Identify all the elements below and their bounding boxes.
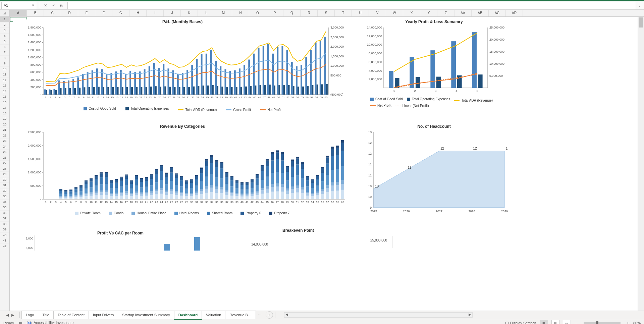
zoom-out-button[interactable]: − [574, 320, 578, 324]
horizontal-scrollbar[interactable]: ◀ ▶ [284, 312, 473, 318]
column-header[interactable]: AB [472, 10, 489, 16]
page-break-view-button[interactable]: ▭ [563, 320, 571, 324]
zoom-level[interactable]: 80% [633, 321, 641, 324]
row-header[interactable]: 41 [0, 238, 9, 244]
row-header[interactable]: 10 [0, 67, 9, 72]
row-header[interactable]: 42 [0, 244, 9, 250]
column-header[interactable]: H [129, 10, 147, 16]
scroll-left-icon[interactable]: ◀ [284, 313, 289, 317]
column-header[interactable]: J [164, 10, 181, 16]
column-header[interactable]: E [78, 10, 95, 16]
row-header[interactable]: 3 [0, 28, 9, 34]
more-tabs-icon[interactable]: ⋯ [256, 313, 264, 317]
sheet-tab[interactable]: Dashboard [174, 311, 202, 320]
worksheet[interactable]: P&L (Monthly Bases) -200,000400,000600,0… [10, 17, 638, 311]
row-header[interactable]: 26 [0, 155, 9, 161]
row-header[interactable]: 35 [0, 205, 9, 211]
enter-icon[interactable]: ✓ [50, 2, 57, 9]
row-header[interactable]: 40 [0, 233, 9, 238]
chart-pl-yearly[interactable]: Yearly Profit & Loss Sumamry -2,000,0004… [360, 19, 508, 120]
column-header[interactable]: N [232, 10, 249, 16]
column-header[interactable]: Z [437, 10, 454, 16]
row-header[interactable]: 25 [0, 150, 9, 155]
column-header[interactable]: A [10, 10, 27, 16]
chart-pl-monthly[interactable]: P&L (Monthly Bases) -200,000400,000600,0… [13, 19, 352, 120]
row-header[interactable]: 5 [0, 39, 9, 45]
sheet-tab[interactable]: Table of Content [53, 311, 89, 319]
row-header[interactable]: 33 [0, 194, 9, 200]
accessibility-status[interactable]: ♿ Accessibility: Investigate [27, 321, 74, 324]
column-header[interactable]: AD [506, 10, 523, 16]
column-header[interactable]: R [301, 10, 318, 16]
page-layout-view-button[interactable]: ▤ [551, 320, 559, 324]
row-header[interactable]: 8 [0, 56, 9, 61]
chart-breakeven[interactable]: Breakeven Point 14,000,000 [231, 228, 365, 252]
row-header[interactable]: 28 [0, 166, 9, 172]
zoom-thumb[interactable] [596, 321, 598, 324]
row-header[interactable]: 27 [0, 161, 9, 166]
row-header[interactable]: 12 [0, 78, 9, 84]
row-header[interactable]: 36 [0, 211, 9, 216]
row-header[interactable]: 14 [0, 89, 9, 95]
column-header[interactable]: AC [489, 10, 506, 16]
column-header[interactable]: AA [454, 10, 472, 16]
column-header[interactable]: I [147, 10, 164, 16]
row-header[interactable]: 31 [0, 183, 9, 188]
row-header[interactable]: 22 [0, 133, 9, 139]
scroll-thumb[interactable] [639, 17, 643, 28]
chart-profit-vs-cac[interactable]: Profit Vs CAC per Room 9,0008,000 [13, 228, 228, 252]
formula-input[interactable] [67, 2, 635, 9]
row-header[interactable]: 23 [0, 139, 9, 144]
column-header[interactable]: X [403, 10, 420, 16]
row-header[interactable]: 32 [0, 188, 9, 194]
column-header[interactable]: V [369, 10, 386, 16]
row-header[interactable]: 15 [0, 94, 9, 100]
sheet-tab[interactable]: Input Drivers [89, 311, 118, 319]
zoom-slider[interactable] [584, 322, 621, 324]
macro-icon[interactable]: ▦ [19, 321, 22, 324]
tab-next-icon[interactable]: ▶ [11, 313, 14, 317]
column-header[interactable]: C [44, 10, 61, 16]
column-header[interactable]: G [112, 10, 129, 16]
sheet-tab[interactable]: Revenue B… [225, 311, 256, 319]
select-all-corner[interactable] [0, 10, 10, 16]
column-header[interactable]: U [352, 10, 369, 16]
row-header[interactable]: 37 [0, 216, 9, 222]
sheet-tab[interactable]: Logo [21, 311, 38, 319]
column-header[interactable]: M [215, 10, 232, 16]
zoom-in-button[interactable]: + [626, 320, 630, 324]
name-box[interactable]: A1 ▼ [1, 2, 36, 9]
scroll-right-icon[interactable]: ▶ [468, 313, 472, 317]
column-header[interactable]: L [198, 10, 215, 16]
row-header[interactable]: 38 [0, 222, 9, 227]
row-header[interactable]: 24 [0, 144, 9, 150]
column-header[interactable]: Q [283, 10, 301, 16]
tab-prev-icon[interactable]: ◀ [6, 313, 9, 317]
sheet-tab[interactable]: Title [38, 311, 53, 319]
add-sheet-button[interactable]: + [266, 311, 273, 319]
row-header[interactable]: 9 [0, 61, 9, 67]
chart-extra[interactable]: 25,000,000 [360, 233, 508, 250]
row-header[interactable]: 6 [0, 45, 9, 50]
row-header[interactable]: 20 [0, 122, 9, 128]
column-header[interactable]: T [335, 10, 352, 16]
sheet-tab[interactable]: Startup Investment Summary [118, 311, 174, 319]
tab-nav-arrows[interactable]: ◀ ▶ [3, 313, 17, 317]
chart-headcount[interactable]: No. of Headcount 91010111112121320252026… [360, 124, 508, 221]
row-header[interactable]: 11 [0, 72, 9, 78]
row-header[interactable]: 18 [0, 111, 9, 117]
row-header[interactable]: 19 [0, 116, 9, 122]
column-header[interactable]: B [27, 10, 44, 16]
vertical-scrollbar[interactable] [638, 17, 644, 311]
row-header[interactable]: 30 [0, 177, 9, 183]
column-header[interactable]: O [249, 10, 266, 16]
row-header[interactable]: 39 [0, 227, 9, 233]
row-header[interactable]: 16 [0, 100, 9, 106]
chevron-down-icon[interactable]: ▼ [32, 4, 35, 7]
display-settings-button[interactable]: 🖵Display Settings [505, 321, 537, 324]
fx-icon[interactable]: fx [58, 2, 65, 9]
cancel-icon[interactable]: ✕ [42, 2, 49, 9]
column-header[interactable]: Y [420, 10, 437, 16]
sheet-tab[interactable]: Valuation [202, 311, 225, 319]
expand-formula-icon[interactable]: ⌄ [637, 4, 643, 7]
